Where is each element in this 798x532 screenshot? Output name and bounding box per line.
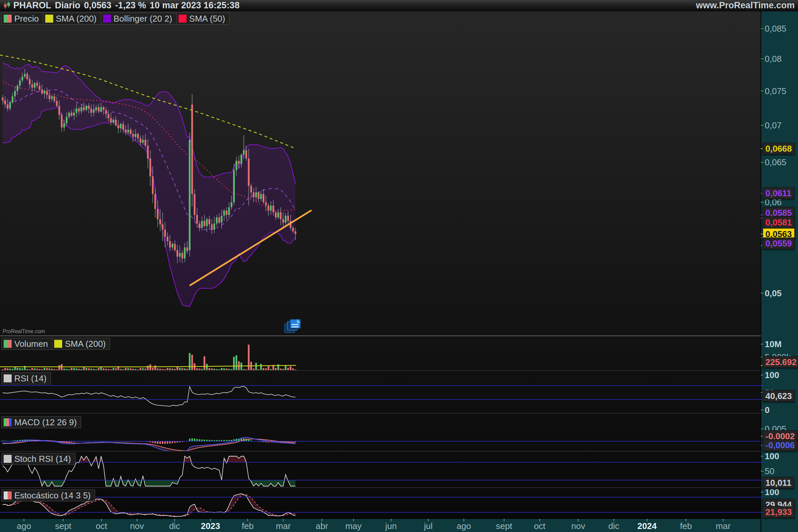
time-axis-label: 2023 <box>201 521 220 531</box>
price-scale-tick: 0,075 <box>765 86 786 96</box>
legend-label: MACD (12 26 9) <box>14 417 77 428</box>
indicator-value-badge: 0,0559 <box>763 238 795 249</box>
time-axis-label: jun <box>385 521 397 531</box>
title-bar: PHAROL Diario 0,0563 -1,23 % 10 mar 2023… <box>0 0 798 11</box>
stochrsi-scale-tick: 50 <box>765 466 774 476</box>
time-axis-label: mar <box>716 521 731 531</box>
prorealtime-small-brand: ProRealTime.com <box>3 328 45 335</box>
change-percent: -1,23 % <box>115 0 146 11</box>
time-axis-label: nov <box>130 521 144 531</box>
macd-value-badge: -0,0006 <box>763 440 797 451</box>
legend-label: SMA (200) <box>56 14 97 24</box>
time-axis-label: dic <box>608 521 619 531</box>
macd-legend-item[interactable]: MACD (12 26 9) <box>1 416 81 428</box>
indicator-color-swatch-icon <box>54 340 62 348</box>
stochrsi-value-badge: 10,011 <box>763 477 794 489</box>
price-legend-row: PrecioSMA (200)Bollinger (20 2)SMA (50) <box>1 13 229 25</box>
stochrsi-legend-item[interactable]: Stoch RSI (14) <box>1 453 75 465</box>
legend-label: SMA (200) <box>65 339 106 349</box>
legend-label: SMA (50) <box>189 14 225 24</box>
time-axis-label: sept <box>496 521 512 531</box>
indicator-color-swatch-icon <box>4 374 12 382</box>
macd-legend-row: MACD (12 26 9) <box>1 416 81 428</box>
price-scale-tick: 0,05 <box>765 288 782 298</box>
price-legend-item[interactable]: Precio <box>1 13 43 25</box>
volume-legend-item[interactable]: Volumen <box>1 338 52 350</box>
price-scale-tick: 0,07 <box>765 120 782 131</box>
time-axis-label: dic <box>169 521 180 531</box>
price-up-down-swatch-icon <box>4 15 12 23</box>
price-up-down-swatch-icon <box>4 340 12 348</box>
time-axis-label: mar <box>276 521 291 531</box>
price-scale-tick: 0,065 <box>765 157 786 168</box>
rsi-scale-tick: 0 <box>765 405 770 415</box>
time-axis-label: feb <box>242 521 254 531</box>
indicator-value-badge: 0,0581 <box>763 217 795 228</box>
macd-swatch-icon <box>4 418 12 426</box>
symbol-name: PHAROL <box>13 0 51 11</box>
instrument-candle-icon <box>3 2 11 10</box>
price-scale-tick: 0,08 <box>765 54 782 64</box>
time-axis-label: jul <box>424 521 433 531</box>
legend-label: RSI (14) <box>14 374 46 384</box>
stochastic-legend-item[interactable]: Estocástico (14 3 5) <box>1 490 95 501</box>
indicator-color-swatch-icon <box>178 15 187 23</box>
legend-label: Estocástico (14 3 5) <box>14 491 91 501</box>
price-scale-tick: 0,085 <box>765 23 786 34</box>
legend-label: Precio <box>14 14 39 24</box>
price-legend-item[interactable]: SMA (50) <box>176 13 229 25</box>
rsi-scale-tick: 100 <box>765 370 779 380</box>
price-legend-item[interactable]: SMA (200) <box>43 13 101 25</box>
time-axis-label: 2024 <box>638 521 657 531</box>
volume-legend-row: VolumenSMA (200) <box>1 338 110 350</box>
time-axis-label: nov <box>571 521 585 531</box>
indicator-color-swatch-icon <box>103 15 111 23</box>
legend-label: Volumen <box>14 339 48 349</box>
time-axis-label: may <box>345 521 361 531</box>
stochrsi-scale-tick: 100 <box>765 451 779 461</box>
indicator-value-badge: 0,0668 <box>763 143 795 155</box>
time-axis-label: oct <box>96 521 108 531</box>
volume-legend-item[interactable]: SMA (200) <box>52 338 110 350</box>
stochastic-legend-row: Estocástico (14 3 5) <box>1 490 95 501</box>
last-price: 0,0563 <box>84 0 112 11</box>
rsi-legend-item[interactable]: RSI (14) <box>1 373 51 384</box>
time-axis-label: ago <box>457 521 471 531</box>
indicator-color-swatch-icon <box>4 455 12 463</box>
rsi-legend-row: RSI (14) <box>1 373 51 384</box>
time-axis-label: ago <box>17 521 31 531</box>
stochastic-value-badge: 21,933 <box>763 507 795 518</box>
indicator-color-swatch-icon <box>45 15 53 23</box>
time-axis-label: oct <box>534 521 546 531</box>
time-axis-label: feb <box>680 521 692 531</box>
timeframe-label: Diario <box>55 0 80 11</box>
quote-datetime: 10 mar 2023 16:25:38 <box>150 0 240 11</box>
indicator-value-badge: 0,0611 <box>763 188 794 199</box>
chart-canvas[interactable] <box>0 0 798 532</box>
stochastic-swatch-icon <box>4 491 12 499</box>
rsi-value-badge: 40,623 <box>763 391 795 402</box>
prorealtime-watermark: www.ProRealTime.com <box>696 0 795 11</box>
legend-label: Bollinger (20 2) <box>114 14 172 24</box>
time-axis-label: abr <box>316 521 328 531</box>
stochrsi-legend-row: Stoch RSI (14) <box>1 453 75 465</box>
price-legend-item[interactable]: Bollinger (20 2) <box>101 13 176 25</box>
volume-value-badge: 225.692 <box>763 357 798 368</box>
volume-scale-tick: 10M <box>765 339 782 349</box>
legend-label: Stoch RSI (14) <box>14 454 71 464</box>
time-axis-label: sept <box>55 521 71 531</box>
